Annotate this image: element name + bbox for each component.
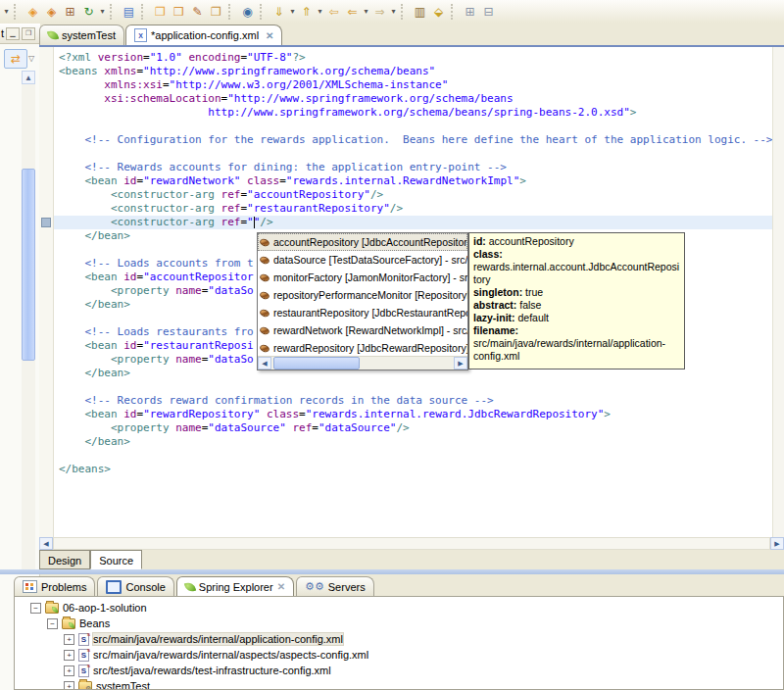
expand-icon[interactable]: + <box>64 665 74 676</box>
bean-icon <box>259 290 270 300</box>
tree-item-label[interactable]: src/main/java/rewards/internal/applicati… <box>93 633 343 645</box>
toolbar-separator <box>401 4 408 20</box>
popup-scroll-left-icon[interactable]: ◀ <box>258 357 271 370</box>
expand-icon[interactable]: + <box>64 634 74 645</box>
bottom-tab-problems[interactable]: Problems <box>14 576 95 596</box>
left-view-scrollbar[interactable]: ▲ <box>22 71 35 572</box>
collapse-icon[interactable]: − <box>30 603 41 614</box>
spring-leaf-icon <box>47 29 59 41</box>
back-icon[interactable]: ⇐ <box>343 3 362 21</box>
tree-row[interactable]: +Sssrc/main/java/rewards/internal/aspect… <box>21 647 783 663</box>
tag-icon[interactable]: ⬙ <box>429 3 448 21</box>
completion-item[interactable]: restaurantRepository [JdbcRestaurantRepo… <box>258 304 467 321</box>
eclipse-window: { "colors": { "desktop_bg": "#ECE9D8", "… <box>0 0 784 690</box>
close-view-icon[interactable]: ✕ <box>277 581 285 592</box>
bottom-tab-console[interactable]: Console <box>97 576 173 596</box>
open-resource-icon[interactable]: ❐ <box>151 3 170 21</box>
tree-item-label[interactable]: systemTest <box>96 680 150 690</box>
code-line: <?xml version="1.0" encoding="UTF-8"?> <box>59 51 773 65</box>
close-tab-icon[interactable]: ✕ <box>266 30 273 41</box>
spring-config-icon: Ss <box>78 665 89 677</box>
xml-file-icon: X <box>134 28 147 42</box>
completion-item[interactable]: dataSource [TestDataSourceFactory] - src… <box>258 251 467 269</box>
maximize-view-button[interactable]: ❐ <box>22 27 35 40</box>
code-line: <bean id="rewardRepository" class="rewar… <box>59 408 773 421</box>
toolbar-separator <box>260 4 267 20</box>
bottom-tab-spring-explorer[interactable]: Spring Explorer✕ <box>176 576 294 596</box>
refresh-icon[interactable]: ↻ <box>79 3 98 21</box>
tree-item-label[interactable]: src/main/java/rewards/internal/aspects/a… <box>93 649 368 661</box>
tree-row[interactable]: +Sssrc/test/java/rewards/test-infrastruc… <box>21 663 783 678</box>
toolbar-overflow-caret[interactable]: ▾ <box>2 3 11 21</box>
forward-icon[interactable]: ⇒ <box>370 3 389 21</box>
tree-row[interactable]: −06-aop-1-solution <box>21 600 783 616</box>
tooltip-field-label: abstract: <box>473 299 516 311</box>
collapse-all-icon[interactable]: ⊟ <box>479 3 498 21</box>
tooltip-field: lazy-init: default <box>473 312 680 324</box>
next-annotation-icon[interactable]: ⇓ <box>270 3 288 21</box>
toolbar-separator <box>14 4 21 20</box>
tree-item-label[interactable]: src/test/java/rewards/test-infrastructur… <box>93 665 331 676</box>
open-type-icon[interactable]: ❒ <box>170 3 188 21</box>
editor-tab--application-config-xml[interactable]: X*application-config.xml✕ <box>125 25 282 45</box>
hscroll-left-icon[interactable]: ◀ <box>39 537 53 550</box>
code-line: <bean id="rewardNetwork" class="rewards.… <box>59 174 773 188</box>
package-icon[interactable]: ⊞ <box>61 3 79 21</box>
expand-icon[interactable]: + <box>64 681 74 690</box>
last-edit-icon[interactable]: ⇦ <box>324 3 343 21</box>
hscroll-thumb[interactable] <box>53 537 770 550</box>
outline-view-icon[interactable]: ▤ <box>120 3 138 21</box>
scroll-up-icon[interactable]: ▲ <box>22 71 35 84</box>
spring-explorer-view: −06-aop-1-solution−Beans+Sssrc/main/java… <box>14 596 784 690</box>
left-scrollbar-thumb[interactable] <box>22 169 35 361</box>
tree-item-label[interactable]: Beans <box>79 617 110 629</box>
tree-row[interactable]: +Sssrc/main/java/rewards/internal/applic… <box>21 631 783 647</box>
panel-sash[interactable] <box>0 569 784 574</box>
minimize-view-button[interactable]: ▁ <box>6 27 20 40</box>
next-annotation-caret[interactable]: ▾ <box>288 3 297 21</box>
open-folder-icon[interactable]: ❐ <box>207 3 225 21</box>
view-menu-caret-icon[interactable]: ▽ <box>28 54 34 63</box>
completion-item[interactable]: rewardNetwork [RewardNetworkImpl] - src/… <box>258 321 467 339</box>
new-wizard-icon[interactable]: ◈ <box>24 3 42 21</box>
bottom-tab-label: Servers <box>328 581 366 593</box>
page-tab-design[interactable]: Design <box>39 550 90 569</box>
completion-item[interactable]: repositoryPerformanceMonitor [Repository… <box>258 286 467 304</box>
prev-annotation-icon[interactable]: ⇑ <box>297 3 316 21</box>
tree-row[interactable]: +⚙systemTest <box>21 678 783 690</box>
link-with-editor-icon[interactable]: ⇄ <box>4 49 27 69</box>
search-brush-icon[interactable]: ✎ <box>188 3 207 21</box>
forward-caret[interactable]: ▾ <box>389 3 398 21</box>
editor-horizontal-scrollbar[interactable]: ◀ ▶ <box>39 537 784 550</box>
completion-item-label: rewardNetwork [RewardNetworkImpl] - src/… <box>273 324 467 336</box>
back-caret[interactable]: ▾ <box>362 3 370 21</box>
refresh-caret[interactable]: ▾ <box>98 3 107 21</box>
completion-item[interactable]: rewardRepository [JdbcRewardRepository] … <box>258 339 467 357</box>
collapse-icon[interactable]: − <box>47 618 58 629</box>
completion-item[interactable]: monitorFactory [JamonMonitorFactory] - s… <box>258 269 467 286</box>
editor-vertical-scrollbar[interactable] <box>772 47 784 537</box>
code-line: </bean> <box>59 435 773 449</box>
bean-icon <box>259 308 270 318</box>
popup-scroll-right-icon[interactable]: ▶ <box>454 357 467 370</box>
content-assist-popup: accountRepository [JdbcAccountRepository… <box>257 232 468 370</box>
prev-annotation-caret[interactable]: ▾ <box>316 3 324 21</box>
page-tab-source[interactable]: Source <box>90 550 142 569</box>
xml-editor[interactable]: <?xml version="1.0" encoding="UTF-8"?><b… <box>39 47 784 537</box>
editor-tab-systemtest[interactable]: systemTest <box>39 25 124 45</box>
tree-item-label[interactable]: 06-aop-1-solution <box>63 602 147 614</box>
bottom-tab-servers[interactable]: ⚙⚙Servers <box>296 576 374 596</box>
tree-row[interactable]: −Beans <box>21 616 783 631</box>
annotation-ruler <box>39 47 54 537</box>
completion-item-label: restaurantRepository [JdbcRestaurantRepo… <box>273 307 467 319</box>
popup-hscrollbar[interactable]: ◀ ▶ <box>258 356 467 370</box>
expand-all-icon[interactable]: ⊞ <box>461 3 479 21</box>
hscroll-right-icon[interactable]: ▶ <box>770 537 784 550</box>
jar-icon[interactable]: ▥ <box>411 3 429 21</box>
expand-icon[interactable]: + <box>64 650 74 661</box>
popup-hscroll-thumb[interactable] <box>273 357 360 370</box>
spring-project-icon <box>45 603 59 614</box>
new-wizard-alt-icon[interactable]: ◈ <box>42 3 61 21</box>
completion-item[interactable]: accountRepository [JdbcAccountRepository… <box>258 233 467 251</box>
web-browser-icon[interactable]: ◉ <box>238 3 257 21</box>
